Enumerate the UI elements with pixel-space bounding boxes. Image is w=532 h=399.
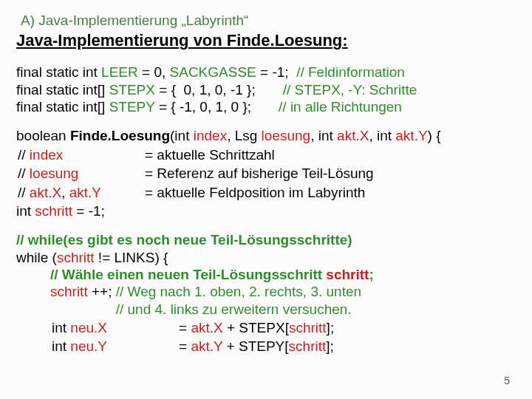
txt: + STEPY[ (222, 338, 288, 354)
while-line: while (schritt != LINKS) { (16, 249, 519, 266)
while-comment: // while(es gibt es noch neue Teil-Lösun… (16, 231, 519, 248)
param-index: index (194, 128, 227, 143)
comment: // in alle Richtungen (279, 99, 402, 115)
decl-line-1: final static int LEER = 0, SACKGASSE = -… (16, 64, 519, 81)
decl-line-3: final static int[] STEPY = { -1, 0, 1, 0… (16, 98, 519, 115)
id: schritt (289, 338, 327, 354)
local-var-decl: int schritt = -1; (16, 202, 519, 219)
body-block: // while(es gibt es noch neue Teil-Lösun… (16, 231, 519, 357)
comment: // STEPX, -Y: Schritte (283, 82, 417, 98)
slide-header: A) Java-Implementierung „Labyrinth“ (21, 12, 519, 29)
cm: // (18, 147, 30, 163)
desc: = Referenz auf bisherige Teil-Lösung (145, 165, 374, 182)
id: akt.Y (191, 338, 222, 354)
kw: final static int (16, 64, 101, 80)
id: schritt (50, 284, 88, 299)
id: index (30, 147, 63, 163)
id: schritt (289, 320, 327, 335)
txt: ]; (326, 338, 334, 354)
param-row-loesung: // loesung = Referenz auf bisherige Teil… (18, 165, 374, 182)
txt: = -1; (256, 64, 296, 80)
desc: = aktuelle Feldposition im Labyrinth (145, 184, 374, 201)
schritt-inc-line: schritt ++; // Weg nach 1. oben, 2. rech… (16, 283, 519, 300)
slide-title: Java-Implementierung von Finde.Loesung: (16, 30, 519, 50)
id-stepx: STEPX (109, 82, 155, 98)
param-aktx: akt.X (337, 128, 369, 143)
txt: = { 0, 1, 0, -1 }; (155, 82, 283, 98)
txt: = { -1, 0, 1, 0 }; (155, 99, 279, 115)
txt: while ( (16, 250, 57, 265)
param-loesung: loesung (262, 128, 311, 143)
txt: , int (369, 128, 395, 143)
cm: // (18, 185, 30, 200)
comment: // Feldinformation (296, 64, 405, 80)
txt: = -1; (72, 203, 105, 219)
id: schritt (326, 267, 369, 282)
page-number: 5 (504, 375, 510, 387)
eq: = (179, 320, 191, 335)
kw: int (16, 203, 35, 219)
id: loesung (30, 166, 79, 181)
param-row-akt: // akt.X, akt.Y = aktuelle Feldposition … (18, 184, 374, 201)
dir-comment-2: schritt ++; // und 4. links zu erweitern… (16, 301, 519, 318)
id-neuy: neu.Y (70, 338, 107, 354)
neuy-row: int neu.Y = akt.Y + STEPY[schritt]; (52, 338, 334, 355)
txt: , Lsg (227, 128, 261, 143)
choose-comment: // Wähle einen neuen Teil-Lösungsschritt… (16, 266, 519, 283)
title-part-b: Finde.Loesung: (227, 31, 348, 50)
cm: // (18, 166, 30, 181)
txt: (int (170, 128, 194, 143)
txt: = 0, (138, 64, 170, 80)
cm: // und 4. links zu erweitern versuchen. (116, 301, 352, 317)
txt: , int (310, 128, 337, 143)
eq: = (179, 338, 191, 354)
txt: + STEPX[ (223, 320, 289, 335)
method-signature: boolean Finde.Loesung(int index, Lsg loe… (16, 127, 519, 144)
title-part-a: Java-Implementierung von (16, 31, 227, 50)
kw: final static int[] (16, 99, 109, 115)
id: schritt (57, 250, 95, 265)
txt: ]; (327, 320, 335, 335)
kw: int (52, 338, 70, 354)
kw: boolean (16, 128, 70, 143)
method-name: Finde.Loesung (70, 128, 170, 143)
id: akt.X (191, 320, 222, 335)
id-leer: LEER (101, 64, 138, 80)
id: akt.Y (69, 185, 101, 200)
param-akty: akt.Y (395, 128, 427, 143)
kw: int (52, 320, 70, 335)
param-row-index: // index = aktuelle Schrittzahl (18, 146, 374, 163)
cm: // Weg nach 1. oben, 2. rechts, 3. unten (116, 284, 361, 299)
param-desc-table: // index = aktuelle Schrittzahl // loesu… (16, 145, 375, 202)
neux-row: int neu.X = akt.X + STEPX[schritt]; (52, 319, 334, 336)
id-stepy: STEPY (109, 99, 155, 115)
kw: final static int[] (16, 82, 109, 98)
cm: // Wähle einen neuen Teil-Lösungsschritt (50, 267, 326, 282)
signature-block: boolean Finde.Loesung(int index, Lsg loe… (16, 127, 519, 219)
id-schritt: schritt (35, 203, 72, 219)
id-sackgasse: SACKGASSE (170, 64, 256, 80)
txt: != LINKS) { (95, 250, 168, 265)
declarations-block: final static int LEER = 0, SACKGASSE = -… (16, 64, 519, 115)
txt: ++; (88, 284, 116, 299)
txt: ) { (428, 128, 441, 143)
id-neux: neu.X (70, 320, 107, 335)
decl-line-2: final static int[] STEPX = { 0, 1, 0, -1… (16, 81, 519, 98)
neu-assign-table: int neu.X = akt.X + STEPX[schritt]; int … (16, 318, 335, 357)
id: akt.X (30, 185, 61, 200)
desc: = aktuelle Schrittzahl (145, 146, 374, 163)
cm: ; (369, 267, 373, 282)
comma: , (61, 185, 69, 200)
